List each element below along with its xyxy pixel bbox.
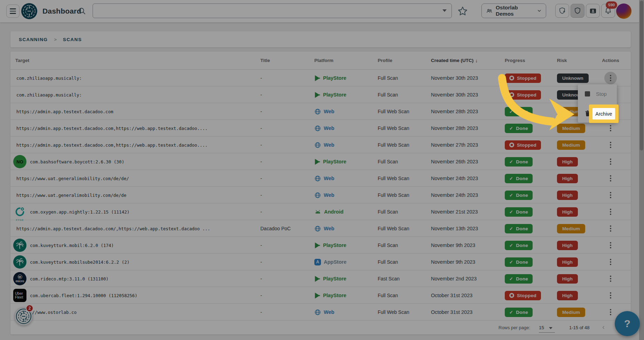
tutorial-arrow [487,59,592,139]
archive-highlight-label[interactable]: Archive [592,108,615,119]
tutorial-highlight: Archive [589,105,619,123]
tutorial-dim-overlay [0,0,644,340]
